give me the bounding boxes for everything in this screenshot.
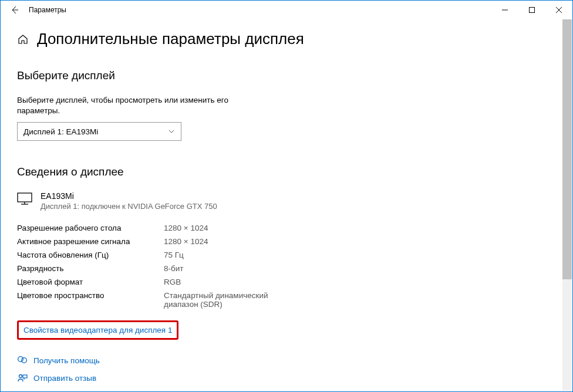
svg-point-3 xyxy=(22,358,27,363)
svg-rect-5 xyxy=(23,375,27,378)
info-label: Разрешение рабочего стола xyxy=(17,224,164,232)
close-button[interactable] xyxy=(545,1,572,19)
table-row: Цветовой формат RGB xyxy=(17,275,556,289)
get-help-link[interactable]: Получить помощь xyxy=(17,355,556,366)
info-label: Цветовой формат xyxy=(17,278,164,286)
info-value: RGB xyxy=(164,278,181,286)
help-label: Получить помощь xyxy=(33,356,100,365)
maximize-button[interactable] xyxy=(518,1,545,19)
info-label: Активное разрешение сигнала xyxy=(17,237,164,246)
feedback-icon xyxy=(17,373,28,383)
scrollbar[interactable] xyxy=(562,19,572,391)
dropdown-value: Дисплей 1: EA193Mi xyxy=(23,127,98,136)
adapter-properties-link[interactable]: Свойства видеоадаптера для дисплея 1 xyxy=(23,326,172,334)
feedback-label: Отправить отзыв xyxy=(33,374,96,383)
highlight-box: Свойства видеоадаптера для дисплея 1 xyxy=(17,320,178,340)
table-row: Цветовое пространство Стандартный динами… xyxy=(17,289,556,311)
display-name: EA193Mi xyxy=(41,191,217,201)
display-subtitle: Дисплей 1: подключен к NVIDIA GeForce GT… xyxy=(41,202,217,211)
svg-rect-1 xyxy=(18,193,32,202)
info-value: 1280 × 1024 xyxy=(164,237,208,246)
display-info-heading: Сведения о дисплее xyxy=(17,165,556,178)
info-label: Цветовое пространство xyxy=(17,291,164,309)
info-value: 75 Гц xyxy=(164,251,184,259)
footer-links: Получить помощь Отправить отзыв xyxy=(17,355,556,383)
page-header: Дополнительные параметры дисплея xyxy=(17,30,556,48)
monitor-icon xyxy=(17,192,32,207)
table-row: Разрешение рабочего стола 1280 × 1024 xyxy=(17,221,556,235)
svg-rect-0 xyxy=(530,8,535,13)
display-dropdown[interactable]: Дисплей 1: EA193Mi xyxy=(17,122,181,141)
window-title: Параметры xyxy=(29,6,66,14)
svg-point-4 xyxy=(19,375,22,378)
window-controls xyxy=(491,1,572,19)
select-display-heading: Выберите дисплей xyxy=(17,69,556,82)
table-row: Разрядность 8-бит xyxy=(17,262,556,275)
info-value: 8-бит xyxy=(164,264,183,273)
select-display-instruction: Выберите дисплей, чтобы просмотреть или … xyxy=(17,95,264,116)
info-label: Разрядность xyxy=(17,264,164,273)
content-area: Дополнительные параметры дисплея Выберит… xyxy=(1,19,572,391)
arrow-left-icon xyxy=(10,5,19,15)
info-label: Частота обновления (Гц) xyxy=(17,251,164,259)
back-button[interactable] xyxy=(5,1,24,19)
table-row: Активное разрешение сигнала 1280 × 1024 xyxy=(17,235,556,248)
titlebar: Параметры xyxy=(1,1,572,19)
close-icon xyxy=(556,7,562,13)
display-identity: EA193Mi Дисплей 1: подключен к NVIDIA Ge… xyxy=(17,191,556,211)
minimize-icon xyxy=(502,7,508,13)
home-icon[interactable] xyxy=(17,33,29,45)
chevron-down-icon xyxy=(168,128,175,135)
scrollbar-thumb[interactable] xyxy=(562,19,572,279)
info-value: 1280 × 1024 xyxy=(164,224,208,232)
minimize-button[interactable] xyxy=(491,1,518,19)
info-value: Стандартный динамический диапазон (SDR) xyxy=(164,291,281,309)
help-icon xyxy=(17,355,28,366)
table-row: Частота обновления (Гц) 75 Гц xyxy=(17,248,556,262)
maximize-icon xyxy=(529,7,535,13)
svg-point-2 xyxy=(18,357,23,362)
page-title: Дополнительные параметры дисплея xyxy=(37,30,304,48)
display-info-table: Разрешение рабочего стола 1280 × 1024 Ак… xyxy=(17,221,556,311)
feedback-link[interactable]: Отправить отзыв xyxy=(17,373,556,383)
